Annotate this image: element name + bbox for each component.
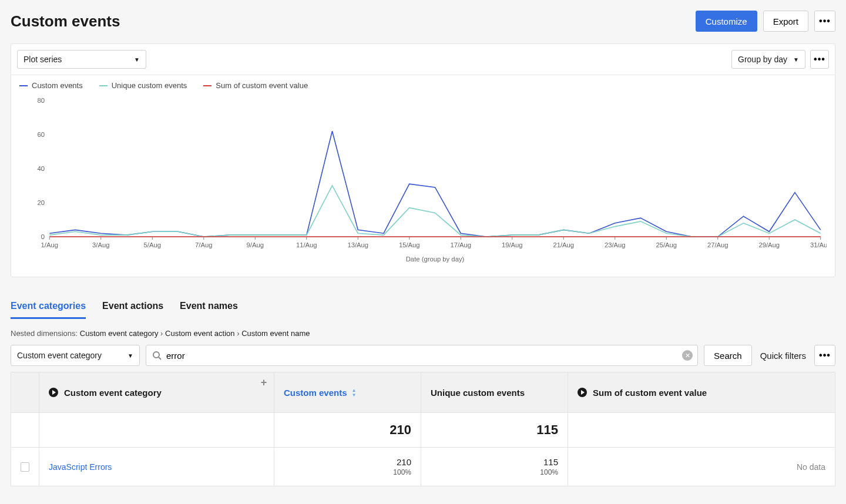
svg-point-39 <box>153 352 159 358</box>
quick-filters-button[interactable]: Quick filters <box>758 351 808 361</box>
svg-line-40 <box>159 357 161 359</box>
search-button[interactable]: Search <box>704 345 752 366</box>
svg-text:13/Aug: 13/Aug <box>347 241 368 248</box>
add-column-button[interactable]: + <box>257 376 270 389</box>
tabs: Event categories Event actions Event nam… <box>11 297 835 321</box>
legend-item-unique[interactable]: Unique custom events <box>99 81 187 90</box>
more-icon: ••• <box>819 351 831 360</box>
export-button[interactable]: Export <box>763 11 808 32</box>
chart-legend: Custom events Unique custom events Sum o… <box>11 75 835 90</box>
search-icon <box>152 351 162 360</box>
play-icon <box>578 388 587 397</box>
legend-swatch <box>203 85 212 86</box>
th-category[interactable]: Custom event category + <box>39 372 274 413</box>
row-sum: No data <box>797 462 825 472</box>
chevron-down-icon: ▼ <box>127 352 133 359</box>
svg-text:27/Aug: 27/Aug <box>707 241 728 248</box>
clear-search-button[interactable]: ✕ <box>682 350 693 361</box>
data-table: Custom event category + Custom events ▲▼… <box>11 372 835 486</box>
svg-text:9/Aug: 9/Aug <box>247 241 264 248</box>
chart-panel: Plot series ▼ Group by day ▼ ••• Custom … <box>11 43 835 277</box>
dimension-select[interactable]: Custom event category ▼ <box>11 345 140 366</box>
total-custom-events: 210 <box>390 422 411 438</box>
svg-text:40: 40 <box>38 165 45 172</box>
svg-text:23/Aug: 23/Aug <box>605 241 626 248</box>
svg-text:20: 20 <box>38 199 45 206</box>
legend-swatch <box>99 85 108 86</box>
line-chart: 0204060801/Aug3/Aug5/Aug7/Aug9/Aug11/Aug… <box>19 96 827 266</box>
chevron-down-icon: ▼ <box>134 56 140 63</box>
th-custom-events[interactable]: Custom events ▲▼ <box>274 372 421 413</box>
play-icon <box>49 388 58 397</box>
more-menu-button[interactable]: ••• <box>814 11 835 32</box>
tab-event-names[interactable]: Event names <box>180 297 238 319</box>
svg-text:25/Aug: 25/Aug <box>656 241 677 248</box>
legend-item-sum[interactable]: Sum of custom event value <box>203 81 308 90</box>
total-unique: 115 <box>536 422 558 438</box>
table-row: JavaScript Errors 210 100% 115 100% No d… <box>11 448 835 486</box>
plot-series-select[interactable]: Plot series ▼ <box>17 50 146 69</box>
sort-indicator-icon: ▲▼ <box>352 388 357 397</box>
tab-event-categories[interactable]: Event categories <box>11 297 86 319</box>
table-row-totals: 210 115 <box>11 413 835 448</box>
th-checkbox <box>11 372 39 413</box>
more-icon: ••• <box>814 55 825 64</box>
table-more-button[interactable]: ••• <box>814 345 835 366</box>
svg-text:60: 60 <box>38 131 45 138</box>
search-input[interactable] <box>162 351 682 361</box>
svg-text:0: 0 <box>41 233 45 240</box>
svg-text:21/Aug: 21/Aug <box>553 241 574 248</box>
row-custom-events: 210 <box>397 457 411 467</box>
nested-dimensions: Nested dimensions: Custom event category… <box>11 329 835 338</box>
svg-text:17/Aug: 17/Aug <box>450 241 471 248</box>
chart-more-button[interactable]: ••• <box>810 50 829 69</box>
svg-text:3/Aug: 3/Aug <box>92 241 109 248</box>
svg-text:5/Aug: 5/Aug <box>144 241 161 248</box>
legend-swatch <box>19 85 28 86</box>
more-icon: ••• <box>819 16 831 26</box>
row-checkbox[interactable] <box>21 462 29 472</box>
th-unique[interactable]: Unique custom events <box>421 372 568 413</box>
svg-text:1/Aug: 1/Aug <box>41 241 58 248</box>
page-title: Custom events <box>11 12 120 31</box>
legend-item-custom-events[interactable]: Custom events <box>19 81 83 90</box>
svg-text:15/Aug: 15/Aug <box>399 241 420 248</box>
chevron-down-icon: ▼ <box>793 56 799 63</box>
svg-text:80: 80 <box>38 97 45 104</box>
svg-text:31/Aug: 31/Aug <box>810 241 827 248</box>
svg-text:Date (group by day): Date (group by day) <box>406 256 465 263</box>
search-input-wrap: ✕ <box>146 345 698 366</box>
svg-text:19/Aug: 19/Aug <box>502 241 523 248</box>
svg-text:29/Aug: 29/Aug <box>758 241 780 248</box>
row-unique: 115 <box>543 457 558 467</box>
svg-text:7/Aug: 7/Aug <box>195 241 212 248</box>
group-by-select[interactable]: Group by day ▼ <box>731 50 805 69</box>
row-label-link[interactable]: JavaScript Errors <box>49 462 112 472</box>
tab-event-actions[interactable]: Event actions <box>102 297 163 319</box>
svg-text:11/Aug: 11/Aug <box>296 241 317 248</box>
customize-button[interactable]: Customize <box>696 11 757 32</box>
th-sum[interactable]: Sum of custom event value <box>568 372 835 413</box>
